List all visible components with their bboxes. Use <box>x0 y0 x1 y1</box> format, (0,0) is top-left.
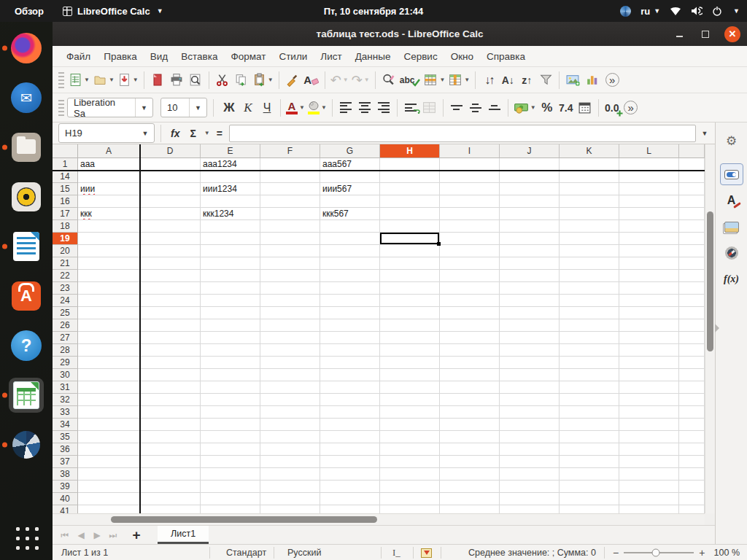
row-header-33[interactable]: 33 <box>53 406 78 419</box>
cell-partial26[interactable] <box>679 319 705 332</box>
cell-K33[interactable] <box>560 406 619 419</box>
cell-E17[interactable]: ккк1234 <box>201 208 260 220</box>
cell-D18[interactable] <box>140 220 201 233</box>
cell-J35[interactable] <box>500 431 560 443</box>
font-size-combo[interactable]: 10 ▼ <box>160 98 207 117</box>
cell-A20[interactable] <box>78 245 140 257</box>
cell-K24[interactable] <box>560 295 619 307</box>
print-button[interactable] <box>167 70 186 90</box>
cell-A39[interactable] <box>78 481 140 493</box>
cell-G31[interactable] <box>320 381 380 394</box>
cell-G34[interactable] <box>320 419 380 431</box>
cell-J31[interactable] <box>500 381 560 394</box>
cell-H27[interactable] <box>380 332 440 344</box>
cell-F40[interactable] <box>260 493 320 505</box>
cell-J28[interactable] <box>500 344 560 357</box>
cell-F41[interactable] <box>260 505 320 513</box>
dock-item-thunderbird[interactable]: ✉ <box>9 80 44 115</box>
chevron-down-icon[interactable]: ▼ <box>439 77 445 83</box>
show-applications-button[interactable] <box>9 519 44 554</box>
cell-G40[interactable] <box>320 493 380 505</box>
cell-H21[interactable] <box>380 257 440 270</box>
cell-G17[interactable]: ккк567 <box>320 208 380 220</box>
cell-K21[interactable] <box>560 257 619 270</box>
cell-F24[interactable] <box>260 295 320 307</box>
sidebar-collapse-icon[interactable] <box>715 324 719 332</box>
cell-H30[interactable] <box>380 369 440 381</box>
cell-J15[interactable] <box>500 183 560 195</box>
cell-D35[interactable] <box>140 431 201 443</box>
cell-G39[interactable] <box>320 481 380 493</box>
sort-button[interactable]: ↓↑ <box>479 70 498 90</box>
new-document-button[interactable]: ▼ <box>67 70 91 90</box>
cell-J18[interactable] <box>500 220 560 233</box>
cell-D21[interactable] <box>140 257 201 270</box>
dock-item-ubuntu-software[interactable]: A <box>9 279 44 314</box>
cell-I37[interactable] <box>440 456 500 468</box>
toolbar-overflow-button[interactable]: » <box>603 70 622 90</box>
paste-button[interactable]: ▼ <box>251 70 275 90</box>
cell-partial24[interactable] <box>679 295 705 307</box>
column-header-G[interactable]: G <box>320 144 380 158</box>
cell-K30[interactable] <box>560 369 619 381</box>
number-format-button[interactable]: 7.4 <box>557 98 576 118</box>
cell-K39[interactable] <box>560 481 619 493</box>
cell-K27[interactable] <box>560 332 619 344</box>
cell-A19[interactable] <box>78 233 140 245</box>
find-replace-button[interactable] <box>379 70 398 90</box>
column-header-F[interactable]: F <box>260 144 320 158</box>
menu-tools[interactable]: Сервис <box>397 48 444 65</box>
zoom-out-button[interactable]: − <box>613 547 619 559</box>
chevron-down-icon[interactable]: ▼ <box>133 77 139 83</box>
cell-A33[interactable] <box>78 406 140 419</box>
close-button[interactable]: ✕ <box>724 26 740 42</box>
cell-G27[interactable] <box>320 332 380 344</box>
cell-H20[interactable] <box>380 245 440 257</box>
sheet-tab-sheet1[interactable]: Лист1 <box>158 526 209 544</box>
cell-J37[interactable] <box>500 456 560 468</box>
save-state-indicator[interactable] <box>421 545 432 560</box>
cell-F21[interactable] <box>260 257 320 270</box>
cell-H41[interactable] <box>380 505 440 513</box>
sidebar-tab-styles[interactable]: A <box>720 190 743 211</box>
cell-A40[interactable] <box>78 493 140 505</box>
sheet-info[interactable]: Лист 1 из 1 <box>61 545 108 560</box>
cell-E36[interactable] <box>201 443 260 456</box>
cell-D20[interactable] <box>140 245 201 257</box>
cell-H17[interactable] <box>380 208 440 220</box>
cell-A15[interactable]: иии <box>78 183 140 195</box>
cell-partial28[interactable] <box>679 344 705 357</box>
cell-L23[interactable] <box>619 282 679 295</box>
cell-D24[interactable] <box>140 295 201 307</box>
chevron-down-icon[interactable]: ▼ <box>135 98 152 117</box>
cell-I24[interactable] <box>440 295 500 307</box>
cell-D32[interactable] <box>140 394 201 406</box>
column-header-partial[interactable] <box>679 144 705 158</box>
cell-L41[interactable] <box>619 505 679 513</box>
row-header-16[interactable]: 16 <box>53 195 78 208</box>
cell-A29[interactable] <box>78 357 140 369</box>
add-sheet-button[interactable]: + <box>125 526 147 544</box>
cell-I38[interactable] <box>440 468 500 481</box>
cell-L31[interactable] <box>619 381 679 394</box>
cell-partial17[interactable] <box>679 208 705 220</box>
sidebar-tab-functions[interactable]: f(x) <box>720 268 743 290</box>
cell-J34[interactable] <box>500 419 560 431</box>
cell-L25[interactable] <box>619 307 679 319</box>
cell-K38[interactable] <box>560 468 619 481</box>
cell-L16[interactable] <box>619 195 679 208</box>
column-button[interactable]: ▼ <box>446 70 471 90</box>
cell-F15[interactable] <box>260 183 320 195</box>
toolbar-grip[interactable] <box>58 100 64 116</box>
row-header-26[interactable]: 26 <box>53 319 78 332</box>
cell-J22[interactable] <box>500 270 560 282</box>
align-left-button[interactable] <box>336 98 355 118</box>
horizontal-scrollbar[interactable] <box>53 513 705 525</box>
cell-L36[interactable] <box>619 443 679 456</box>
cell-H37[interactable] <box>380 456 440 468</box>
cell-D14[interactable] <box>140 171 201 183</box>
cell-F33[interactable] <box>260 406 320 419</box>
cell-G38[interactable] <box>320 468 380 481</box>
wrap-text-button[interactable] <box>401 98 420 118</box>
cell-D23[interactable] <box>140 282 201 295</box>
